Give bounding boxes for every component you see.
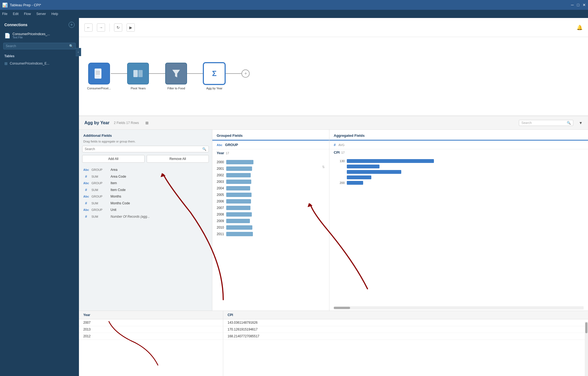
list-item[interactable]: 2006 [212,198,329,205]
agg-node-box[interactable]: Σ [203,63,225,84]
menu-edit[interactable]: Edit [13,12,19,16]
year-2010: 2010 [217,226,224,229]
data-row-2012[interactable]: 2012 [79,333,223,340]
agf-label-130: 130 [334,159,345,163]
add-node-button[interactable]: + [241,69,250,78]
af-search-box[interactable]: 🔍 [82,146,209,152]
af-agg-3: SUM [91,188,108,192]
sidebar-search-box[interactable]: 🔍 [3,43,76,49]
remove-all-button[interactable]: Remove All [147,155,209,163]
af-name-7: Number Of Records (agg... [111,215,150,219]
list-item[interactable]: 2011 [212,231,329,237]
year-2003: 2003 [217,180,224,184]
data-rows-scrollbar-thumb [585,322,587,333]
connector-2 [149,73,165,74]
list-item[interactable]: 2009 [212,218,329,224]
af-name-2: Item [111,181,117,185]
year-bar-2006 [226,199,251,204]
svg-marker-7 [172,70,180,77]
agf-scrollbar[interactable] [334,306,584,310]
data-row-2007[interactable]: 2007 [79,319,223,326]
list-item[interactable]: # SUM Number Of Records (agg... [79,213,212,220]
list-item[interactable]: 2001 [212,165,329,172]
panel-search-box[interactable]: 🔍 [519,120,573,126]
year-2006: 2006 [217,199,224,203]
list-item[interactable]: 2000 [212,159,329,165]
type-abc-icon: Abc [83,181,89,185]
year-2009: 2009 [217,219,224,223]
list-item[interactable]: Abc GROUP Months [79,193,212,200]
pivot-node-box[interactable] [127,63,149,84]
connection-item[interactable]: 📄 ConsumerPriceIndices_... Text File [0,31,79,41]
gf-sub-count: 17 [226,151,229,155]
panel-search-icon: 🔍 [567,121,571,125]
notifications-icon[interactable]: 🔔 [577,25,583,31]
list-item[interactable]: # SUM Area Code [79,173,212,180]
play-button[interactable]: ▶ [127,23,135,32]
agf-bar-row [334,175,584,180]
maximize-button[interactable]: □ [577,3,579,7]
af-search-input[interactable] [85,147,202,151]
list-item[interactable]: Abc GROUP Unit [79,207,212,213]
menu-server[interactable]: Server [36,12,46,16]
list-item[interactable]: Abc GROUP Item [79,180,212,186]
type-hash-icon: # [83,214,89,219]
list-item[interactable]: 2005 [212,192,329,198]
list-item[interactable]: 2010 [212,224,329,231]
refresh-button[interactable]: ↻ [114,23,122,32]
csv-node-box[interactable] [88,63,110,84]
forward-button[interactable]: → [97,23,105,32]
list-item[interactable]: 2008 [212,211,329,218]
list-item[interactable]: Abc GROUP Area [79,166,212,173]
flow-node-agg[interactable]: Σ Agg by Year [203,63,225,90]
data-cpi-column: CPI 143.0361148791626 170.1261915194617 … [223,311,588,376]
gf-field-name: GROUP [225,143,238,147]
panel-view-icon[interactable]: ⊞ [145,121,149,125]
refresh-icon: ↻ [117,25,120,30]
flow-node-filter[interactable]: Filter to Food [165,63,187,90]
flow-canvas: ConsumerPricel... Pivot Years [79,37,588,116]
list-item[interactable]: # SUM Months Code [79,200,212,207]
panel-search-input[interactable] [521,121,567,125]
flow-node-pivot[interactable]: Pivot Years [127,63,149,90]
type-abc-icon: Abc [83,168,89,171]
back-button[interactable]: ← [84,23,93,32]
menu-flow[interactable]: Flow [24,12,31,16]
flow-node-csv[interactable]: ConsumerPricel... [87,63,111,90]
data-rows-panel: Year 2007 2013 2012 CPI 143.036114879162… [79,311,588,376]
sidebar-search-input[interactable] [6,44,69,48]
pivot-node-label: Pivot Years [131,87,146,90]
panel-expand-icon[interactable]: ▼ [579,121,583,125]
sort-icon[interactable]: ⇅ [322,165,325,169]
add-all-button[interactable]: Add All [82,155,145,163]
csv-node-label: ConsumerPricel... [87,87,111,90]
list-item[interactable]: 2004 [212,185,329,192]
list-item[interactable]: 2002 [212,172,329,178]
list-item[interactable]: 2007 [212,205,329,211]
file-icon: 📄 [4,33,10,39]
list-item[interactable]: # SUM Item Code [79,186,212,193]
list-item[interactable]: 2003 [212,178,329,185]
minimize-button[interactable]: ─ [571,3,574,7]
year-2002: 2002 [217,173,224,177]
gf-field-header: Abc GROUP [212,141,329,149]
table-item[interactable]: ⊞ ConsumerPriceIndices_E... [0,60,79,67]
add-connection-button[interactable]: + [69,22,75,28]
af-agg-2: GROUP [91,181,108,185]
data-row-2013[interactable]: 2013 [79,326,223,333]
play-icon: ▶ [129,25,132,30]
sidebar-header: Connections + [0,18,79,31]
menu-file[interactable]: File [2,12,7,16]
af-agg-4: GROUP [91,195,108,198]
additional-fields-panel: Additional Fields Drag fields to aggrega… [79,130,212,311]
af-name-0: Area [111,168,117,172]
sidebar-collapse-button[interactable]: ‹ [76,48,81,56]
titlebar-controls[interactable]: ─ □ ✕ [571,3,586,7]
close-button[interactable]: ✕ [583,3,586,7]
af-search-icon: 🔍 [202,147,206,151]
filter-node-box[interactable] [165,63,187,84]
data-rows-scrollbar[interactable] [585,322,588,376]
connector-1 [111,73,127,74]
menu-help[interactable]: Help [51,12,58,16]
af-name-5: Months Code [111,201,130,205]
